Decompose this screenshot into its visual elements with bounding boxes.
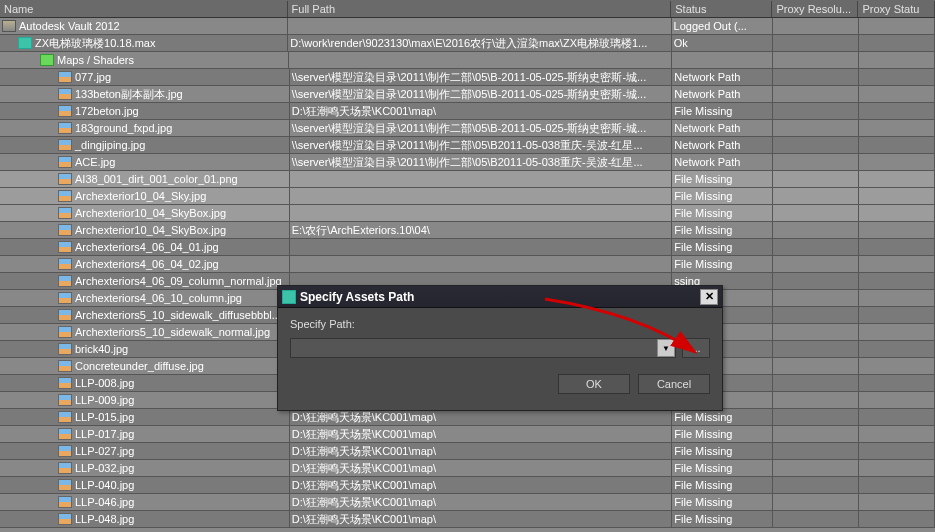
img-icon <box>58 479 72 491</box>
img-icon <box>58 343 72 355</box>
cell-status: Network Path <box>672 120 773 136</box>
cell-proxystat <box>859 324 935 340</box>
cell-status: File Missing <box>672 188 773 204</box>
col-header-proxystat[interactable]: Proxy Statu <box>858 1 935 17</box>
table-row[interactable]: _dingjiping.jpg\\server\模型渲染目录\2011\制作二部… <box>0 137 935 154</box>
row-name-text: LLP-027.jpg <box>75 445 134 457</box>
browse-button[interactable]: ... <box>682 338 710 358</box>
dropdown-button[interactable]: ▼ <box>657 339 675 357</box>
table-row[interactable]: Autodesk Vault 2012Logged Out (... <box>0 18 935 35</box>
row-name-text: Archexteriors5_10_sidewalk_diffusebbbl..… <box>75 309 281 321</box>
cell-status: File Missing <box>672 511 773 527</box>
cell-proxyres <box>773 52 859 68</box>
cell-proxyres <box>773 35 859 51</box>
row-name-text: Archexteriors4_06_04_02.jpg <box>75 258 219 270</box>
row-name-text: Archexterior10_04_SkyBox.jpg <box>75 224 226 236</box>
cell-proxyres <box>773 375 859 391</box>
table-row[interactable]: Archexterior10_04_Sky.jpgFile Missing <box>0 188 935 205</box>
cell-status: File Missing <box>672 426 773 442</box>
table-row[interactable]: AI38_001_dirt_001_color_01.pngFile Missi… <box>0 171 935 188</box>
cell-name: LLP-015.jpg <box>0 409 290 425</box>
cell-path: D:\狂潮鸣天场景\KC001\map\ <box>290 426 673 442</box>
dialog-title-icon <box>282 290 296 304</box>
cell-proxystat <box>859 426 935 442</box>
cell-proxyres <box>773 86 859 102</box>
path-input[interactable]: ▼ <box>290 338 676 358</box>
table-row[interactable]: LLP-040.jpgD:\狂潮鸣天场景\KC001\map\File Miss… <box>0 477 935 494</box>
img-icon <box>58 377 72 389</box>
cell-proxyres <box>773 358 859 374</box>
cell-path: D:\狂潮鸣天场景\KC001\map\ <box>290 494 673 510</box>
table-row[interactable]: Archexterior10_04_SkyBox.jpgE:\农行\ArchEx… <box>0 222 935 239</box>
table-row[interactable]: ACE.jpg\\server\模型渲染目录\2011\制作二部\05\B201… <box>0 154 935 171</box>
row-name-text: Archexterior10_04_Sky.jpg <box>75 190 206 202</box>
cell-proxystat <box>859 35 935 51</box>
ok-button[interactable]: OK <box>558 374 630 394</box>
cell-status: Network Path <box>672 69 773 85</box>
cell-name: _dingjiping.jpg <box>0 137 290 153</box>
dialog-titlebar[interactable]: Specify Assets Path ✕ <box>278 286 722 308</box>
table-row[interactable]: LLP-015.jpgD:\狂潮鸣天场景\KC001\map\File Miss… <box>0 409 935 426</box>
table-row[interactable]: Archexterior10_04_SkyBox.jpgFile Missing <box>0 205 935 222</box>
cell-status: File Missing <box>672 409 773 425</box>
cell-proxystat <box>859 409 935 425</box>
cell-name: LLP-040.jpg <box>0 477 290 493</box>
col-header-name[interactable]: Name <box>0 1 288 17</box>
col-header-status[interactable]: Status <box>671 1 772 17</box>
cell-name: Concreteunder_diffuse.jpg <box>0 358 290 374</box>
img-icon <box>58 241 72 253</box>
cell-name: Maps / Shaders <box>0 52 289 68</box>
cell-proxyres <box>773 188 859 204</box>
cell-proxyres <box>773 460 859 476</box>
cell-path: D:\狂潮鸣天场景\KC001\map\ <box>290 477 673 493</box>
table-row[interactable]: LLP-046.jpgD:\狂潮鸣天场景\KC001\map\File Miss… <box>0 494 935 511</box>
cancel-button[interactable]: Cancel <box>638 374 710 394</box>
table-row[interactable]: Archexteriors4_06_04_02.jpgFile Missing <box>0 256 935 273</box>
col-header-fullpath[interactable]: Full Path <box>288 1 672 17</box>
row-name-text: Archexterior10_04_SkyBox.jpg <box>75 207 226 219</box>
table-row[interactable]: LLP-032.jpgD:\狂潮鸣天场景\KC001\map\File Miss… <box>0 460 935 477</box>
row-name-text: Archexteriors5_10_sidewalk_normal.jpg <box>75 326 270 338</box>
cell-path: D:\狂潮鸣天场景\KC001\map\ <box>290 460 673 476</box>
cell-path <box>290 239 673 255</box>
cell-proxystat <box>859 86 935 102</box>
col-header-proxyres[interactable]: Proxy Resolu... <box>772 1 858 17</box>
cell-status: Network Path <box>672 86 773 102</box>
cell-proxyres <box>773 494 859 510</box>
table-row[interactable]: Maps / Shaders <box>0 52 935 69</box>
close-button[interactable]: ✕ <box>700 289 718 305</box>
img-icon <box>58 122 72 134</box>
table-row[interactable]: LLP-027.jpgD:\狂潮鸣天场景\KC001\map\File Miss… <box>0 443 935 460</box>
img-icon <box>58 445 72 457</box>
img-icon <box>58 258 72 270</box>
row-name-text: LLP-017.jpg <box>75 428 134 440</box>
vault-icon <box>2 20 16 32</box>
row-name-text: 077.jpg <box>75 71 111 83</box>
cell-name: Archexterior10_04_Sky.jpg <box>0 188 290 204</box>
cell-name: LLP-032.jpg <box>0 460 290 476</box>
cell-name: Archexteriors5_10_sidewalk_diffusebbbl..… <box>0 307 290 323</box>
cell-proxystat <box>859 307 935 323</box>
specify-path-label: Specify Path: <box>290 318 710 330</box>
table-row[interactable]: 172beton.jpgD:\狂潮鸣天场景\KC001\map\File Mis… <box>0 103 935 120</box>
table-row[interactable]: LLP-048.jpgD:\狂潮鸣天场景\KC001\map\File Miss… <box>0 511 935 528</box>
cell-path <box>290 171 673 187</box>
cell-status: File Missing <box>672 171 773 187</box>
cell-path <box>289 52 672 68</box>
table-row[interactable]: Archexteriors4_06_04_01.jpgFile Missing <box>0 239 935 256</box>
row-name-text: LLP-046.jpg <box>75 496 134 508</box>
cell-status: File Missing <box>672 222 773 238</box>
table-row[interactable]: 183ground_fxpd.jpg\\server\模型渲染目录\2011\制… <box>0 120 935 137</box>
table-row[interactable]: 077.jpg\\server\模型渲染目录\2011\制作二部\05\B-20… <box>0 69 935 86</box>
cell-proxystat <box>859 392 935 408</box>
cell-proxyres <box>773 409 859 425</box>
cell-status: Network Path <box>672 154 773 170</box>
table-row[interactable]: 133beton副本副本.jpg\\server\模型渲染目录\2011\制作二… <box>0 86 935 103</box>
cell-proxyres <box>773 103 859 119</box>
cell-path: D:\狂潮鸣天场景\KC001\map\ <box>290 443 673 459</box>
img-icon <box>58 513 72 525</box>
cell-proxystat <box>859 103 935 119</box>
cell-path: D:\work\render\9023130\max\E\2016农行\进入渲染… <box>288 35 672 51</box>
table-row[interactable]: ZX电梯玻璃楼10.18.maxD:\work\render\9023130\m… <box>0 35 935 52</box>
table-row[interactable]: LLP-017.jpgD:\狂潮鸣天场景\KC001\map\File Miss… <box>0 426 935 443</box>
